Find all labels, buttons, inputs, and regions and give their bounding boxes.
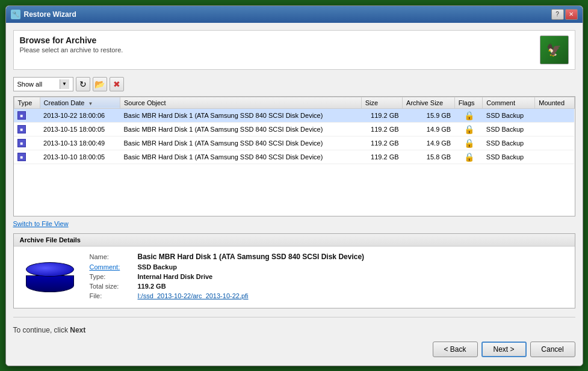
details-header: Archive File Details xyxy=(14,234,575,247)
detail-name-row: Name: Basic MBR Hard Disk 1 (ATA Samsung… xyxy=(90,253,569,261)
type-value: Internal Hard Disk Drive xyxy=(138,273,213,280)
cell-comment: SSD Backup xyxy=(483,150,535,164)
cell-archive-size: 14.9 GB xyxy=(403,122,455,136)
detail-file-row: File: I:/ssd_2013-10-22/arc_2013-10-22.p… xyxy=(90,292,569,299)
cell-source: Basic MBR Hard Disk 1 (ATA Samsung SSD 8… xyxy=(120,122,361,136)
cell-size: 119.2 GB xyxy=(361,122,402,136)
details-body: Name: Basic MBR Hard Disk 1 (ATA Samsung… xyxy=(14,247,575,308)
disk-icon-container xyxy=(20,253,80,302)
col-size[interactable]: Size xyxy=(361,97,402,108)
cell-comment: SSD Backup xyxy=(483,136,535,150)
type-label: Type: xyxy=(90,273,138,280)
cancel-button[interactable]: Cancel xyxy=(530,342,575,357)
cell-archive-size: 14.9 GB xyxy=(403,136,455,150)
file-value[interactable]: I:/ssd_2013-10-22/arc_2013-10-22.pfi xyxy=(138,292,249,299)
window-title: Restore Wizard xyxy=(24,10,551,19)
cell-source: Basic MBR Hard Disk 1 (ATA Samsung SSD 8… xyxy=(120,136,361,150)
col-source-object[interactable]: Source Object xyxy=(120,97,361,108)
window-controls: ? ✕ xyxy=(551,9,578,20)
title-icon: 🔧 xyxy=(11,10,20,19)
size-value: 119.2 GB xyxy=(138,283,166,290)
main-window: 🔧 Restore Wizard ? ✕ Browse for Archive … xyxy=(5,5,583,366)
footer-buttons: < Back Next > Cancel xyxy=(13,342,575,357)
archive-details-section: Archive File Details Name: Basic MBR Har… xyxy=(13,233,575,308)
cell-mounted xyxy=(535,136,574,150)
col-flags[interactable]: Flags xyxy=(454,97,483,108)
name-value: Basic MBR Hard Disk 1 (ATA Samsung SSD 8… xyxy=(138,253,365,261)
toolbar: Show all ▼ ↻ 📂 ✖ xyxy=(13,76,575,93)
cell-flags: 🔒 xyxy=(454,136,483,150)
cell-size: 119.2 GB xyxy=(361,136,402,150)
comment-label[interactable]: Comment: xyxy=(90,263,138,271)
table-row[interactable]: ■2013-10-15 18:00:05Basic MBR Hard Disk … xyxy=(14,122,574,136)
footer-text: To continue, click Next xyxy=(13,326,575,334)
back-button[interactable]: < Back xyxy=(433,342,478,357)
title-bar: 🔧 Restore Wizard ? ✕ xyxy=(6,6,583,23)
switch-to-file-view-link[interactable]: Switch to File View xyxy=(13,220,575,227)
separator xyxy=(13,317,575,317)
cell-archive-size: 15.9 GB xyxy=(403,108,455,122)
col-type[interactable]: Type xyxy=(14,97,40,108)
cell-date: 2013-10-10 18:00:05 xyxy=(40,150,120,164)
cell-comment: SSD Backup xyxy=(483,108,535,122)
table-row[interactable]: ■2013-10-13 18:00:49Basic MBR Hard Disk … xyxy=(14,136,574,150)
header-section: Browse for Archive Please select an arch… xyxy=(13,30,575,70)
refresh-button[interactable]: ↻ xyxy=(76,77,90,91)
cell-source: Basic MBR Hard Disk 1 (ATA Samsung SSD 8… xyxy=(120,150,361,164)
header-subtitle: Please select an archive to restore. xyxy=(20,46,540,54)
cell-type: ■ xyxy=(14,136,40,150)
header-logo: 🦅 xyxy=(540,35,569,64)
cell-date: 2013-10-13 18:00:49 xyxy=(40,136,120,150)
cell-size: 119.2 GB xyxy=(361,150,402,164)
archive-table-container: Type Creation Date ▼ Source Object Size … xyxy=(13,96,575,216)
disk-icon xyxy=(26,262,74,292)
cell-type: ■ xyxy=(14,108,40,122)
cell-comment: SSD Backup xyxy=(483,122,535,136)
col-archive-size[interactable]: Archive Size xyxy=(403,97,455,108)
cell-flags: 🔒 xyxy=(454,122,483,136)
cell-archive-size: 15.8 GB xyxy=(403,150,455,164)
cell-flags: 🔒 xyxy=(454,108,483,122)
cell-flags: 🔒 xyxy=(454,150,483,164)
table-row[interactable]: ■2013-10-22 18:00:06Basic MBR Hard Disk … xyxy=(14,108,574,122)
comment-value: SSD Backup xyxy=(138,263,177,271)
add-archive-button[interactable]: 📂 xyxy=(93,77,107,91)
detail-type-row: Type: Internal Hard Disk Drive xyxy=(90,273,569,280)
detail-comment-row: Comment: SSD Backup xyxy=(90,263,569,271)
next-button[interactable]: Next > xyxy=(481,342,527,357)
size-label: Total size: xyxy=(90,283,138,290)
detail-size-row: Total size: 119.2 GB xyxy=(90,283,569,290)
cell-date: 2013-10-15 18:00:05 xyxy=(40,122,120,136)
filter-dropdown[interactable]: Show all ▼ xyxy=(13,77,73,91)
dropdown-arrow-icon: ▼ xyxy=(60,79,69,89)
details-info: Name: Basic MBR Hard Disk 1 (ATA Samsung… xyxy=(90,253,569,302)
col-comment[interactable]: Comment xyxy=(483,97,535,108)
cell-mounted xyxy=(535,108,574,122)
cell-size: 119.2 GB xyxy=(361,108,402,122)
close-button[interactable]: ✕ xyxy=(565,9,578,20)
header-title: Browse for Archive xyxy=(20,35,540,45)
cell-mounted xyxy=(535,150,574,164)
cell-type: ■ xyxy=(14,122,40,136)
archive-table: Type Creation Date ▼ Source Object Size … xyxy=(14,97,575,164)
file-label: File: xyxy=(90,292,138,299)
cell-type: ■ xyxy=(14,150,40,164)
content-area: Browse for Archive Please select an arch… xyxy=(6,23,583,366)
name-label: Name: xyxy=(90,253,138,260)
cell-date: 2013-10-22 18:00:06 xyxy=(40,108,120,122)
header-text: Browse for Archive Please select an arch… xyxy=(20,35,540,54)
remove-archive-button[interactable]: ✖ xyxy=(110,77,124,91)
col-creation-date[interactable]: Creation Date ▼ xyxy=(40,97,120,108)
col-mounted[interactable]: Mounted xyxy=(535,97,574,108)
cell-mounted xyxy=(535,122,574,136)
footer-section: To continue, click Next < Back Next > Ca… xyxy=(13,313,575,357)
table-row[interactable]: ■2013-10-10 18:00:05Basic MBR Hard Disk … xyxy=(14,150,574,164)
help-button[interactable]: ? xyxy=(551,9,564,20)
cell-source: Basic MBR Hard Disk 1 (ATA Samsung SSD 8… xyxy=(120,108,361,122)
